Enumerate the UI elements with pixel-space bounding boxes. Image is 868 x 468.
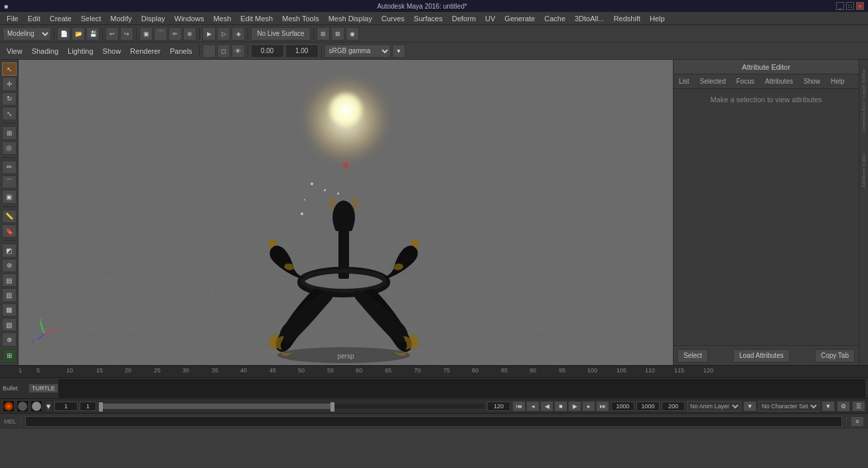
- undo-button[interactable]: ↩: [106, 27, 119, 40]
- show-manip-button[interactable]: ⊛: [2, 259, 17, 272]
- vis-btn[interactable]: 👁: [232, 44, 245, 58]
- anim-end-input[interactable]: [662, 402, 685, 411]
- tb-sel[interactable]: ▣: [139, 27, 153, 40]
- menu-edit[interactable]: Edit: [24, 13, 44, 24]
- go-start-button[interactable]: ⏮: [512, 401, 526, 412]
- tab-shading[interactable]: Shading: [28, 46, 62, 56]
- menu-3dtall[interactable]: 3DtoAll...: [571, 13, 609, 24]
- menu-mesh-display[interactable]: Mesh Display: [325, 13, 376, 24]
- menu-redshift[interactable]: Redshift: [610, 13, 644, 24]
- menu-modify[interactable]: Modify: [106, 13, 135, 24]
- cam-btn[interactable]: 🎥: [202, 44, 216, 58]
- current-frame-input[interactable]: [54, 402, 78, 411]
- measure-button[interactable]: 📏: [2, 210, 17, 223]
- ae-tab-help[interactable]: Help: [828, 76, 847, 86]
- move-tool-button[interactable]: ✛: [2, 77, 17, 90]
- anim-pref-button[interactable]: ☰: [852, 401, 865, 412]
- menu-create[interactable]: Create: [46, 13, 76, 24]
- preview-thumb1[interactable]: [3, 400, 15, 412]
- menu-generate[interactable]: Generate: [500, 13, 539, 24]
- annotation-button[interactable]: 🔖: [2, 224, 17, 238]
- select-button[interactable]: Select: [678, 349, 708, 362]
- tb-paint[interactable]: ✏: [169, 27, 182, 40]
- playback-settings-button[interactable]: ⚙: [837, 401, 850, 412]
- cycle-button[interactable]: ▼: [44, 400, 52, 412]
- menu-help[interactable]: Help: [646, 13, 669, 24]
- range-start-handle[interactable]: [99, 402, 103, 412]
- paint-skin-button[interactable]: ✏: [2, 161, 17, 174]
- colorspace-options[interactable]: ▼: [392, 44, 405, 58]
- maximize-button[interactable]: □: [846, 2, 854, 10]
- save-scene-button[interactable]: 💾: [86, 27, 100, 40]
- ae-tab-show[interactable]: Show: [801, 76, 823, 86]
- load-attributes-button[interactable]: Load Attributes: [733, 349, 790, 362]
- playback-range-track[interactable]: [98, 403, 485, 410]
- go-end-button[interactable]: ⏭: [596, 401, 609, 412]
- ae-tab-selected[interactable]: Selected: [697, 76, 729, 86]
- tb-lasso[interactable]: ⌒: [154, 27, 167, 40]
- anim-layer-select[interactable]: No Anim Layer: [687, 401, 741, 412]
- menu-windows[interactable]: Windows: [171, 13, 208, 24]
- next-frame-button[interactable]: ▸: [582, 401, 595, 412]
- tab-panels[interactable]: Panels: [166, 46, 196, 56]
- tb-render1[interactable]: ▶: [202, 27, 216, 40]
- frame-input[interactable]: [80, 402, 96, 411]
- character-set-options[interactable]: ▼: [822, 401, 835, 412]
- play-forward-button[interactable]: ▶: [568, 401, 581, 412]
- menu-curves[interactable]: Curves: [378, 13, 409, 24]
- tab-renderer[interactable]: Renderer: [126, 46, 165, 56]
- tb-extra3[interactable]: ◉: [346, 27, 359, 40]
- menu-file[interactable]: File: [3, 13, 23, 24]
- anim-start-input[interactable]: [636, 402, 660, 411]
- marquee-button[interactable]: ▣: [2, 190, 17, 203]
- tab-view[interactable]: View: [3, 46, 27, 56]
- tb-render3[interactable]: ◈: [232, 27, 245, 40]
- tb-extra1[interactable]: ⊞: [317, 27, 330, 40]
- open-scene-button[interactable]: 📂: [72, 27, 85, 40]
- command-line-input[interactable]: [25, 416, 842, 427]
- ae-tab-list[interactable]: List: [676, 76, 692, 86]
- menu-display[interactable]: Display: [137, 13, 169, 24]
- select-tool-button[interactable]: ↖: [2, 62, 17, 76]
- preview-thumb3[interactable]: [31, 400, 42, 412]
- tab-show[interactable]: Show: [99, 46, 125, 56]
- ae-tab-focus[interactable]: Focus: [733, 76, 757, 86]
- new-scene-button[interactable]: 📄: [57, 27, 70, 40]
- colorspace-select[interactable]: sRGB gamma: [325, 44, 391, 58]
- custom-tool4[interactable]: ▧: [2, 318, 17, 331]
- tx-input[interactable]: [251, 44, 284, 58]
- redo-button[interactable]: ↪: [120, 27, 133, 40]
- range-end-handle[interactable]: [330, 402, 334, 412]
- menu-select[interactable]: Select: [77, 13, 106, 24]
- copy-tab-button[interactable]: Copy Tab: [815, 349, 855, 362]
- character-set-select[interactable]: No Character Set: [759, 401, 820, 412]
- play-back-button[interactable]: ◀: [540, 401, 553, 412]
- scale-tool-button[interactable]: ⤡: [2, 107, 17, 120]
- tb-snap[interactable]: ⊕: [183, 27, 196, 40]
- max-frame-input[interactable]: [611, 402, 634, 411]
- axis-toggle-button[interactable]: ⊞: [2, 349, 17, 362]
- menu-mesh-tools[interactable]: Mesh Tools: [278, 13, 323, 24]
- menu-cache[interactable]: Cache: [540, 13, 569, 24]
- viewport[interactable]: +: [19, 60, 673, 365]
- menu-surfaces[interactable]: Surfaces: [410, 13, 447, 24]
- custom-tool1[interactable]: ▤: [2, 273, 17, 287]
- custom-tool2[interactable]: ▥: [2, 288, 17, 301]
- render-region-button[interactable]: ◩: [2, 244, 17, 257]
- anim-layer-options[interactable]: ▼: [743, 401, 757, 412]
- script-editor-button[interactable]: ≡: [851, 416, 864, 427]
- tb-render2[interactable]: ▷: [217, 27, 230, 40]
- tab-lighting[interactable]: Lighting: [64, 46, 98, 56]
- menu-mesh[interactable]: Mesh: [209, 13, 235, 24]
- playback-end-input[interactable]: [487, 402, 510, 411]
- timeline-ruler[interactable]: 1 5 10 15 20 25 30 35 40 45 50 55 60 65 …: [0, 366, 868, 378]
- stop-button[interactable]: ■: [554, 401, 567, 412]
- menu-edit-mesh[interactable]: Edit Mesh: [236, 13, 277, 24]
- prev-frame-button[interactable]: ◂: [526, 401, 540, 412]
- rotate-tool-button[interactable]: ↻: [2, 92, 17, 106]
- minimize-button[interactable]: _: [836, 2, 844, 10]
- transform-tool-button[interactable]: ⊞: [2, 126, 17, 139]
- ty-input[interactable]: [285, 44, 319, 58]
- sel-mask-btn[interactable]: ◻: [217, 44, 230, 58]
- menu-deform[interactable]: Deform: [448, 13, 480, 24]
